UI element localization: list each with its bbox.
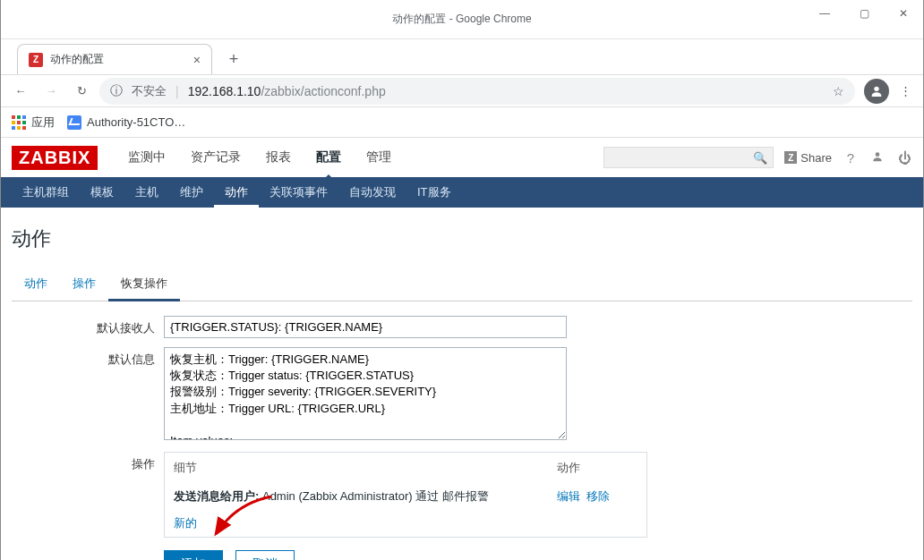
textarea-default-message[interactable] — [164, 347, 567, 440]
bookmark-star-icon[interactable]: ☆ — [833, 84, 844, 98]
op-row-text: Admin (Zabbix Administrator) 通过 邮件报警 — [259, 489, 488, 503]
nav-administration[interactable]: 管理 — [354, 140, 404, 174]
bookmark-favicon — [67, 115, 81, 130]
sub-nav: 主机群组 模板 主机 维护 动作 关联项事件 自动发现 IT服务 — [1, 177, 923, 208]
cancel-button[interactable]: 取消 — [235, 550, 295, 560]
window-close[interactable]: ✕ — [884, 0, 923, 27]
subnav-discovery[interactable]: 自动发现 — [338, 177, 406, 208]
label-default-message: 默认信息 — [12, 347, 164, 443]
share-z-icon: Z — [784, 151, 797, 164]
subnav-templates[interactable]: 模板 — [80, 177, 124, 208]
apps-grid-icon — [12, 115, 26, 130]
add-button[interactable]: 添加 — [164, 550, 223, 560]
zabbix-logo[interactable]: ZABBIX — [12, 146, 98, 170]
chrome-menu-icon[interactable]: ⋮ — [894, 84, 916, 98]
subnav-actions[interactable]: 动作 — [214, 177, 259, 208]
nav-inventory[interactable]: 资产记录 — [178, 140, 253, 174]
input-default-recipient[interactable] — [164, 316, 567, 338]
nav-forward[interactable]: → — [38, 79, 64, 104]
bookmark-label: Authority-51CTO… — [87, 115, 185, 129]
nav-reload[interactable]: ↻ — [69, 79, 94, 104]
tab-title: 动作的配置 — [50, 52, 186, 67]
op-remove-link[interactable]: 移除 — [586, 489, 610, 503]
window-minimize[interactable]: — — [805, 0, 844, 27]
nav-configuration[interactable]: 配置 — [304, 140, 354, 174]
label-operations: 操作 — [12, 452, 164, 560]
help-icon[interactable]: ? — [843, 150, 859, 165]
annotation-arrow — [209, 495, 280, 539]
user-icon[interactable] — [869, 150, 886, 165]
logout-icon[interactable]: ⏻ — [896, 150, 912, 165]
url-host: 192.168.1.10 — [188, 84, 261, 98]
insecure-label: 不安全 — [132, 83, 167, 99]
tab-close-icon[interactable]: × — [193, 53, 201, 67]
subnav-maintenance[interactable]: 维护 — [169, 177, 214, 208]
subnav-itservices[interactable]: IT服务 — [406, 177, 462, 208]
apps-shortcut[interactable]: 应用 — [12, 115, 55, 131]
nav-back[interactable]: ← — [8, 79, 33, 104]
apps-label: 应用 — [31, 115, 55, 131]
tab-favicon: Z — [29, 53, 43, 67]
info-icon[interactable]: ⓘ — [110, 83, 123, 99]
subnav-correlation[interactable]: 关联项事件 — [259, 177, 338, 208]
tab-operations[interactable]: 操作 — [60, 268, 108, 301]
search-input[interactable] — [610, 150, 753, 165]
tab-recovery-operations[interactable]: 恢复操作 — [108, 268, 180, 301]
url-path: /zabbix/actionconf.php — [261, 84, 385, 98]
new-tab-button[interactable]: + — [221, 47, 246, 72]
main-nav: 监测中 资产记录 报表 配置 管理 — [116, 140, 404, 174]
profile-avatar[interactable] — [864, 79, 889, 104]
tab-action[interactable]: 动作 — [12, 268, 60, 301]
op-edit-link[interactable]: 编辑 — [557, 489, 580, 503]
search-box[interactable]: 🔍 — [603, 147, 774, 168]
op-new-link[interactable]: 新的 — [174, 516, 197, 530]
share-link[interactable]: Z Share — [784, 151, 832, 165]
form-tabs: 动作 操作 恢复操作 — [12, 268, 912, 301]
window-title: 动作的配置 - Google Chrome — [392, 12, 531, 27]
separator: | — [175, 84, 179, 98]
svg-point-1 — [876, 152, 880, 157]
search-icon[interactable]: 🔍 — [753, 151, 767, 165]
share-label: Share — [800, 151, 832, 165]
subnav-hostgroups[interactable]: 主机群组 — [12, 177, 80, 208]
svg-point-0 — [874, 86, 878, 90]
nav-monitoring[interactable]: 监测中 — [116, 140, 178, 174]
page-title: 动作 — [12, 225, 912, 252]
window-maximize[interactable]: ▢ — [844, 0, 884, 27]
bookmark-item[interactable]: Authority-51CTO… — [67, 115, 185, 130]
col-detail: 细节 — [174, 460, 557, 476]
col-action: 动作 — [557, 460, 637, 476]
nav-reports[interactable]: 报表 — [253, 140, 304, 174]
browser-tab[interactable]: Z 动作的配置 × — [17, 44, 212, 74]
subnav-hosts[interactable]: 主机 — [124, 177, 169, 208]
address-bar[interactable]: ⓘ 不安全 | 192.168.1.10/zabbix/actionconf.p… — [99, 78, 855, 105]
label-default-recipient: 默认接收人 — [12, 316, 164, 338]
